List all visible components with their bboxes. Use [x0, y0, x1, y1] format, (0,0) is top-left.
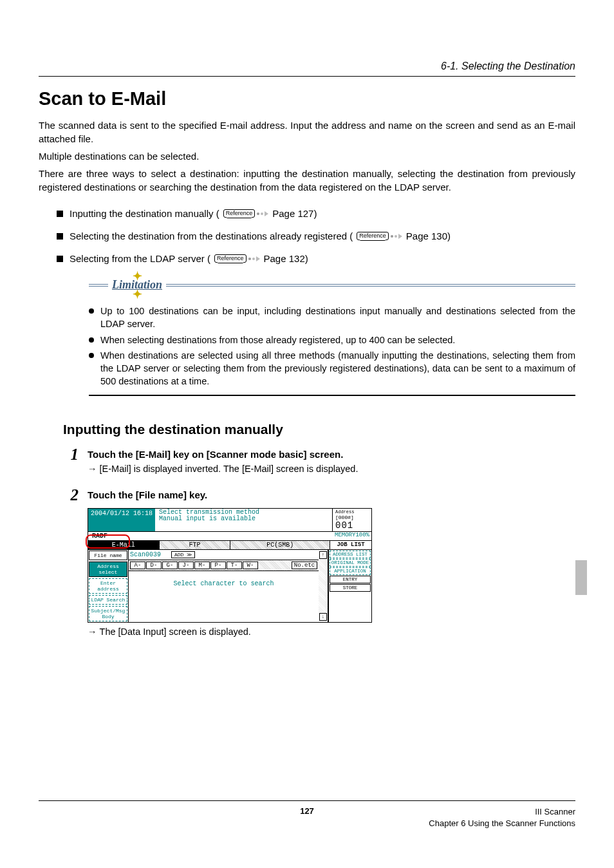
page-number: 127: [300, 806, 314, 816]
method-item-ldap: Selecting from the LDAP server ( Referen…: [57, 253, 575, 264]
step-result: → [E-Mail] is displayed inverted. The [E…: [88, 464, 575, 474]
step-number: 1: [63, 446, 79, 462]
ss-filename-value: Scan0039: [130, 551, 161, 558]
sparkle-icon: ✦: [133, 287, 142, 301]
ss-entry-button[interactable]: ENTRY: [330, 576, 371, 583]
ss-radf-label: RADF: [88, 532, 333, 540]
method-item-registered: Selecting the destination from the desti…: [57, 231, 575, 241]
method-text: Inputting the destination manually (: [70, 208, 219, 219]
ss-scroll-down-icon[interactable]: ↓: [319, 613, 327, 621]
ss-add-button[interactable]: ADD ≫: [171, 551, 195, 558]
method-text: Selecting the destination from the desti…: [70, 231, 353, 241]
ss-alpha-key[interactable]: A-: [130, 561, 145, 569]
page-thumb-tab: [575, 560, 587, 595]
page-title: Scan to E-Mail: [39, 88, 575, 109]
step-number: 2: [63, 487, 79, 503]
limitation-item: When selecting destinations from those a…: [89, 334, 575, 346]
limitation-callout: ✦ Limitation ✦ Up to 100 destinations ca…: [89, 278, 575, 388]
step-2: 2 Touch the [File name] key.: [63, 487, 575, 503]
ss-message: Select transmission method Manual input …: [155, 509, 332, 531]
ss-address-list-button[interactable]: ADDRESS LIST: [330, 551, 371, 558]
ss-alpha-key[interactable]: D-: [146, 561, 162, 569]
ss-filename-button[interactable]: File name: [89, 551, 127, 560]
header-rule: [39, 76, 575, 77]
ss-ldap-search-button[interactable]: LDAP Search: [89, 595, 127, 605]
step-1: 1 Touch the [E-Mail] key on [Scanner mod…: [63, 446, 575, 474]
subheading: Inputting the destination manually: [63, 422, 575, 437]
limitation-item: Up to 100 destinations can be input, inc…: [89, 305, 575, 331]
method-page: Page 127): [272, 208, 317, 219]
ss-datetime: 2004/01/12 16:18: [88, 509, 155, 531]
intro-paragraph-3: There are three ways to select a destina…: [39, 167, 575, 194]
reference-icon: Reference: [214, 254, 260, 263]
ss-alpha-key[interactable]: G-: [162, 561, 178, 569]
ss-alpha-key[interactable]: T-: [227, 561, 242, 569]
method-item-manual: Inputting the destination manually ( Ref…: [57, 208, 575, 219]
sparkle-icon: ✦: [133, 269, 142, 283]
bullet-icon: [57, 256, 63, 262]
method-text: Selecting from the LDAP server (: [70, 253, 210, 264]
step-title: Touch the [E-Mail] key on [Scanner mode …: [88, 449, 575, 460]
ss-scrollbar[interactable]: ↑ ↓: [319, 550, 328, 622]
ss-enter-address-button[interactable]: Enter address: [89, 578, 127, 594]
step-result: → The [Data Input] screen is displayed.: [88, 627, 575, 637]
step-title: Touch the [File name] key.: [88, 489, 575, 500]
ss-store-button[interactable]: STORE: [330, 584, 371, 592]
method-page: Page 130): [406, 231, 451, 241]
ss-application-button[interactable]: APPLICATION: [330, 567, 371, 575]
ss-noetc-key[interactable]: No.etc: [292, 561, 317, 569]
footer-right: III Scanner Chapter 6 Using the Scanner …: [429, 806, 575, 829]
ss-alpha-key[interactable]: M-: [194, 561, 210, 569]
section-header: 6-1. Selecting the Destination: [441, 61, 575, 72]
reference-icon: Reference: [223, 209, 269, 218]
ss-tab-ftp[interactable]: FTP: [160, 541, 231, 549]
bullet-icon: [57, 211, 63, 217]
intro-paragraph-1: The scanned data is sent to the specifie…: [39, 118, 575, 146]
lcd-screenshot: 2004/01/12 16:18 Select transmission met…: [88, 508, 372, 623]
limitation-item: When destinations are selected using all…: [89, 349, 575, 388]
bullet-icon: [57, 233, 63, 240]
ss-alpha-key[interactable]: P-: [210, 561, 226, 569]
ss-address-counter: Address [000#] 001: [332, 509, 371, 531]
method-page: Page 132): [264, 253, 308, 264]
method-list: Inputting the destination manually ( Ref…: [57, 208, 575, 264]
ss-tab-email[interactable]: E-Mail: [88, 541, 160, 549]
ss-tab-pcsmb[interactable]: PC(SMB): [230, 541, 330, 549]
ss-alpha-key[interactable]: J-: [178, 561, 194, 569]
limitation-rule: [89, 395, 575, 396]
reference-icon: Reference: [357, 232, 402, 240]
ss-scroll-up-icon[interactable]: ↑: [319, 551, 327, 559]
ss-subject-button[interactable]: Subject/Msg Body: [89, 606, 127, 621]
ss-address-select-button[interactable]: Address select: [89, 561, 127, 577]
ss-alpha-key[interactable]: W-: [243, 561, 258, 569]
ss-select-char-label: Select character to search: [129, 571, 319, 596]
intro-paragraph-2: Multiple destinations can be selected.: [39, 149, 575, 163]
ss-memory: MEMORY100%: [333, 532, 371, 540]
ss-joblist-button[interactable]: JOB LIST: [330, 541, 371, 549]
ss-original-mode-button[interactable]: ORIGINAL MODE: [330, 559, 371, 567]
ss-alpha-row: A- D- G- J- M- P- T- W- No.etc: [129, 560, 319, 571]
